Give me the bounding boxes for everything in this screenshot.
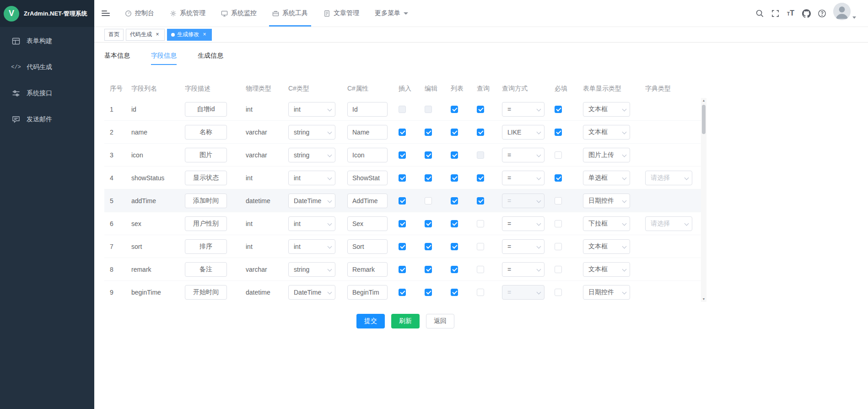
csharp-property-input[interactable] xyxy=(347,262,388,277)
list-checkbox[interactable] xyxy=(451,197,458,204)
sidebar-item-mail[interactable]: 发送邮件 xyxy=(0,106,94,132)
description-input[interactable] xyxy=(185,216,227,231)
insert-checkbox[interactable] xyxy=(399,289,406,296)
list-checkbox[interactable] xyxy=(451,151,458,159)
required-checkbox[interactable] xyxy=(555,289,562,296)
tag-gen-edit[interactable]: 生成修改 × xyxy=(167,29,212,41)
csharp-property-input[interactable] xyxy=(347,148,388,162)
description-input[interactable] xyxy=(185,171,227,185)
csharp-property-input[interactable] xyxy=(347,102,388,117)
insert-checkbox[interactable] xyxy=(399,174,406,182)
nav-item-system-monitor[interactable]: 系统监控 xyxy=(213,0,264,27)
display-type-select[interactable]: 日期控件 xyxy=(583,285,630,300)
csharp-type-select[interactable]: int xyxy=(288,239,335,254)
description-input[interactable] xyxy=(185,125,227,140)
required-checkbox[interactable] xyxy=(555,243,562,250)
query-checkbox[interactable] xyxy=(477,174,484,182)
edit-checkbox[interactable] xyxy=(425,129,432,136)
edit-checkbox[interactable] xyxy=(425,220,432,227)
font-size-button[interactable]: TT xyxy=(783,0,798,27)
back-button[interactable]: 返回 xyxy=(426,314,454,328)
nav-item-system-tools[interactable]: 系统工具 xyxy=(264,0,316,27)
edit-checkbox[interactable] xyxy=(425,197,432,204)
required-checkbox[interactable] xyxy=(555,129,562,136)
dict-type-select[interactable]: 请选择 xyxy=(645,216,692,231)
insert-checkbox[interactable] xyxy=(399,151,406,159)
edit-checkbox[interactable] xyxy=(425,151,432,159)
required-checkbox[interactable] xyxy=(555,106,562,113)
required-checkbox[interactable] xyxy=(555,197,562,204)
edit-checkbox[interactable] xyxy=(425,243,432,250)
description-input[interactable] xyxy=(185,194,227,208)
description-input[interactable] xyxy=(185,102,227,117)
tab-basic-info[interactable]: 基本信息 xyxy=(104,52,130,65)
csharp-property-input[interactable] xyxy=(347,216,388,231)
insert-checkbox[interactable] xyxy=(399,266,406,273)
list-checkbox[interactable] xyxy=(451,289,458,296)
github-button[interactable] xyxy=(798,0,814,27)
insert-checkbox[interactable] xyxy=(399,129,406,136)
sidebar-item-form-build[interactable]: 表单构建 xyxy=(0,28,94,54)
list-checkbox[interactable] xyxy=(451,174,458,182)
required-checkbox[interactable] xyxy=(555,266,562,273)
sidebar-item-api[interactable]: 系统接口 xyxy=(0,80,94,106)
nav-item-article-manage[interactable]: 文章管理 xyxy=(316,0,367,27)
description-input[interactable] xyxy=(185,285,227,300)
query-checkbox[interactable] xyxy=(477,129,484,136)
search-button[interactable] xyxy=(752,0,767,27)
refresh-button[interactable]: 刷新 xyxy=(391,314,420,328)
display-type-select[interactable]: 文本框 xyxy=(583,262,630,277)
tab-field-info[interactable]: 字段信息 xyxy=(151,52,177,65)
scrollbar-thumb[interactable] xyxy=(702,105,706,134)
dict-type-select[interactable]: 请选择 xyxy=(645,171,692,185)
query-type-select[interactable]: = xyxy=(502,102,545,117)
csharp-property-input[interactable] xyxy=(347,171,388,185)
csharp-type-select[interactable]: DateTime xyxy=(288,285,335,300)
query-type-select[interactable]: = xyxy=(502,216,545,231)
scroll-down-icon[interactable]: ▼ xyxy=(702,296,706,302)
list-checkbox[interactable] xyxy=(451,266,458,273)
insert-checkbox[interactable] xyxy=(399,197,406,204)
display-type-select[interactable]: 文本框 xyxy=(583,125,630,140)
query-type-select[interactable]: LIKE xyxy=(502,125,545,140)
description-input[interactable] xyxy=(185,148,227,162)
csharp-type-select[interactable]: int xyxy=(288,216,335,231)
nav-item-system-manage[interactable]: 系统管理 xyxy=(162,0,213,27)
close-icon[interactable]: × xyxy=(201,32,208,38)
list-checkbox[interactable] xyxy=(451,106,458,113)
csharp-property-input[interactable] xyxy=(347,125,388,140)
edit-checkbox[interactable] xyxy=(425,174,432,182)
fullscreen-button[interactable] xyxy=(767,0,783,27)
query-type-select[interactable]: = xyxy=(502,148,545,162)
list-checkbox[interactable] xyxy=(451,129,458,136)
display-type-select[interactable]: 单选框 xyxy=(583,171,630,185)
description-input[interactable] xyxy=(185,239,227,254)
tag-code-gen[interactable]: 代码生成 × xyxy=(126,29,165,41)
csharp-property-input[interactable] xyxy=(347,239,388,254)
list-checkbox[interactable] xyxy=(451,243,458,250)
query-checkbox[interactable] xyxy=(477,197,484,204)
display-type-select[interactable]: 图片上传 xyxy=(583,148,630,162)
app-logo[interactable]: V ZrAdmin.NET-管理系统 xyxy=(0,0,94,27)
csharp-type-select[interactable]: int xyxy=(288,102,335,117)
sidebar-toggle-button[interactable] xyxy=(94,0,117,27)
description-input[interactable] xyxy=(185,262,227,277)
insert-checkbox[interactable] xyxy=(399,220,406,227)
query-checkbox[interactable] xyxy=(477,243,484,250)
csharp-type-select[interactable]: int xyxy=(288,171,335,185)
help-button[interactable] xyxy=(814,0,830,27)
tab-gen-info[interactable]: 生成信息 xyxy=(198,52,223,65)
csharp-property-input[interactable] xyxy=(347,194,388,208)
display-type-select[interactable]: 文本框 xyxy=(583,102,630,117)
display-type-select[interactable]: 文本框 xyxy=(583,239,630,254)
tag-home[interactable]: 首页 xyxy=(104,29,124,41)
query-type-select[interactable]: = xyxy=(502,262,545,277)
csharp-type-select[interactable]: string xyxy=(288,262,335,277)
close-icon[interactable]: × xyxy=(154,32,161,38)
list-checkbox[interactable] xyxy=(451,220,458,227)
query-checkbox[interactable] xyxy=(477,106,484,113)
table-scrollbar[interactable]: ▲ ▼ xyxy=(701,98,706,302)
edit-checkbox[interactable] xyxy=(425,289,432,296)
query-type-select[interactable]: = xyxy=(502,171,545,185)
query-checkbox[interactable] xyxy=(477,289,484,296)
